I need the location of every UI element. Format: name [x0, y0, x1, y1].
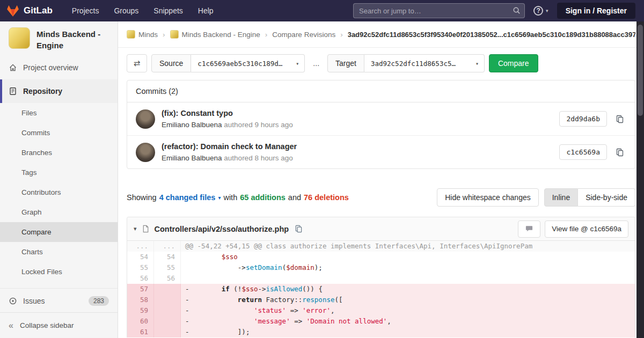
nav-item-projects[interactable]: Projects	[72, 6, 99, 15]
diff-new-line-number[interactable]	[154, 284, 181, 295]
breadcrumb-link[interactable]: Compare Revisions	[272, 31, 335, 39]
target-ref-dropdown[interactable]: 3ad92c52dfc11d8653c5… ▾	[364, 54, 485, 72]
diff-new-line-number[interactable]	[154, 316, 181, 327]
sidebar-item-repository[interactable]: Repository	[0, 79, 118, 103]
diff-old-line-number[interactable]: 60	[127, 316, 154, 327]
commit-title-link[interactable]: (fix): Constant typo	[162, 108, 559, 119]
search-input[interactable]	[353, 3, 525, 18]
breadcrumb: Minds›Minds Backend - Engine›Compare Rev…	[118, 21, 644, 48]
diff-line-code: - 'message' => 'Domain not allowed',	[181, 316, 635, 327]
side-by-side-view-button[interactable]: Side-by-side	[578, 188, 635, 207]
project-context-link[interactable]: Minds Backend - Engine	[0, 21, 118, 56]
sidebar-subitem-contributors[interactable]: Contributors	[0, 182, 118, 202]
hide-whitespace-button[interactable]: Hide whitespace changes	[437, 188, 539, 207]
diff-old-line-number[interactable]: ...	[127, 241, 154, 252]
diff-line: ... ... @@ -54,22 +54,15 @@ class author…	[127, 241, 635, 252]
sidebar-subitem-charts[interactable]: Charts	[0, 242, 118, 262]
sidebar-item-label: Repository	[23, 87, 62, 95]
commits-header: Commits (2)	[127, 80, 635, 102]
commit-author-link[interactable]: Emiliano Balbuena	[162, 121, 222, 129]
diff-old-line-number[interactable]: 54	[127, 252, 154, 262]
sidebar-subitem-files[interactable]: Files	[0, 103, 118, 123]
commit-author-link[interactable]: Emiliano Balbuena	[162, 154, 222, 162]
diff-new-line-number[interactable]	[154, 305, 181, 316]
diff-view-toggle: Inline Side-by-side	[544, 188, 635, 207]
diff-old-line-number[interactable]: 57	[127, 284, 154, 295]
collapse-sidebar-button[interactable]: « Collapse sidebar	[0, 312, 118, 338]
source-ref-dropdown[interactable]: c1c6569aeb5c310c189d… ▾	[191, 54, 305, 72]
nav-item-help[interactable]: Help	[198, 6, 214, 15]
commit-time: authored 8 hours ago	[224, 154, 292, 162]
diff-old-line-number[interactable]: 58	[127, 295, 154, 305]
commit-sha[interactable]: c1c6569a	[559, 144, 607, 160]
copy-sha-button[interactable]	[613, 146, 626, 159]
commit-meta: Emiliano Balbuena authored 9 hours ago	[162, 120, 559, 130]
sidebar-subitem-locked-files[interactable]: Locked Files	[0, 262, 118, 282]
sidebar-subitem-commits[interactable]: Commits	[0, 123, 118, 143]
commit-meta: Emiliano Balbuena authored 8 hours ago	[162, 153, 559, 163]
diff-file-path[interactable]: Controllers/api/v2/sso/authorize.php	[155, 225, 289, 233]
breadcrumb-link[interactable]: Minds Backend - Engine	[182, 31, 260, 39]
diff-line: 61 - ]);	[127, 327, 635, 337]
repository-submenu: FilesCommitsBranchesTagsContributorsGrap…	[0, 103, 118, 282]
diff-line-code: - return Factory::response([	[181, 295, 635, 305]
compare-button[interactable]: Compare	[489, 54, 538, 72]
copy-sha-button[interactable]	[613, 113, 626, 126]
sidebar-subitem-branches[interactable]: Branches	[0, 143, 118, 163]
diff-old-line-number[interactable]: 59	[127, 305, 154, 316]
scrollbar-thumb[interactable]	[638, 25, 643, 116]
sidebar-item-issues[interactable]: Issues 283	[0, 288, 118, 313]
gitlab-home-link[interactable]: GitLab	[6, 5, 53, 17]
inline-view-button[interactable]: Inline	[544, 188, 578, 207]
commit-time: authored 9 hours ago	[224, 121, 292, 129]
nav-item-snippets[interactable]: Snippets	[153, 6, 182, 15]
search-box	[353, 3, 525, 18]
issues-count-badge: 283	[89, 296, 109, 306]
commit-title-link[interactable]: (refactor): Domain check to Manager	[162, 141, 559, 152]
nav-item-groups[interactable]: Groups	[114, 6, 138, 15]
diff-old-line-number[interactable]: 61	[127, 327, 154, 337]
comment-icon	[525, 225, 533, 233]
diff-line: 60 - 'message' => 'Domain not allowed',	[127, 316, 635, 327]
breadcrumb-link[interactable]: Minds	[138, 31, 158, 39]
showing-label: Showing	[127, 193, 157, 202]
help-dropdown[interactable]: ? ▾	[533, 6, 548, 16]
compare-revisions-form: ⇄ Source c1c6569aeb5c310c189d… ▾ ... Tar…	[127, 54, 635, 72]
commit-author-avatar[interactable]	[136, 143, 155, 162]
project-title: Minds Backend - Engine	[36, 27, 109, 51]
compare-ellipsis: ...	[313, 59, 319, 68]
nav-menu: ProjectsGroupsSnippetsHelp	[72, 6, 214, 15]
sidebar-item-label: Project overview	[23, 63, 78, 72]
view-file-button[interactable]: View file @ c1c6569a	[545, 221, 628, 238]
diff-line: 57 - if (!$sso->isAllowed()) {	[127, 284, 635, 295]
commit-info: (refactor): Domain check to Manager Emil…	[162, 141, 559, 163]
changed-files-dropdown[interactable]: 4 changed files ▾	[159, 193, 221, 202]
diff-new-line-number[interactable]: ...	[154, 241, 181, 252]
project-sidebar: Minds Backend - Engine Project overview …	[0, 21, 118, 338]
diff-new-line-number[interactable]: 56	[154, 273, 181, 284]
sidebar-subitem-graph[interactable]: Graph	[0, 202, 118, 222]
swap-revisions-button[interactable]: ⇄	[127, 54, 147, 72]
diff-new-line-number[interactable]: 54	[154, 252, 181, 262]
sidebar-subitem-tags[interactable]: Tags	[0, 163, 118, 182]
commit-author-avatar[interactable]	[136, 109, 155, 129]
copy-file-path-button[interactable]	[294, 224, 304, 234]
collapse-label: Collapse sidebar	[20, 321, 74, 329]
page-scrollbar[interactable]	[636, 21, 644, 338]
sidebar-item-project-overview[interactable]: Project overview	[0, 56, 118, 79]
diff-new-line-number[interactable]	[154, 327, 181, 337]
toggle-comments-button[interactable]	[518, 221, 540, 238]
collapse-diff-caret-icon[interactable]: ▾	[134, 225, 137, 232]
breadcrumb-separator: ›	[163, 31, 165, 39]
diff-new-line-number[interactable]	[154, 295, 181, 305]
commit-row: (fix): Constant typo Emiliano Balbuena a…	[127, 102, 635, 135]
diff-line-code: $sso	[181, 252, 635, 262]
diff-old-line-number[interactable]: 56	[127, 273, 154, 284]
sign-in-button[interactable]: Sign in / Register	[557, 3, 635, 19]
sidebar-subitem-compare[interactable]: Compare	[0, 222, 118, 242]
diff-old-line-number[interactable]: 55	[127, 262, 154, 273]
repository-icon	[9, 87, 17, 95]
commit-sha[interactable]: 2dd9da6b	[559, 111, 607, 127]
with-label: with	[223, 193, 237, 202]
diff-new-line-number[interactable]: 55	[154, 262, 181, 273]
